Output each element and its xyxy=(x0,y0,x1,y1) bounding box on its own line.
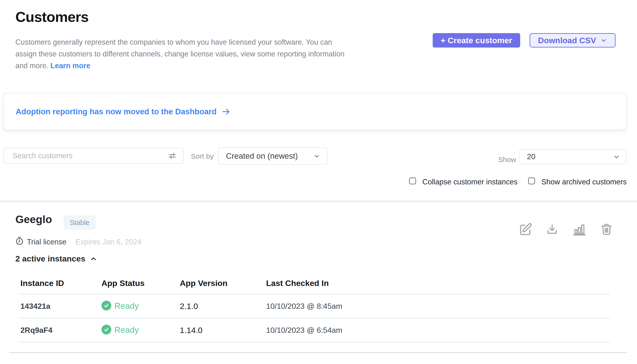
page-title: Customers xyxy=(15,9,88,25)
edit-customer-icon[interactable] xyxy=(518,222,532,236)
description-line: and more. Learn more xyxy=(15,60,424,72)
learn-more-link[interactable]: Learn more xyxy=(51,62,90,70)
create-customer-button[interactable]: + Create customer xyxy=(433,33,520,48)
table-row-app-version: 1.14.0 xyxy=(180,326,203,335)
collapse-instances-checkbox[interactable] xyxy=(409,178,416,184)
create-customer-label: + Create customer xyxy=(441,36,512,45)
column-header-app-version: App Version xyxy=(180,278,228,288)
active-instances-label: 2 active instances xyxy=(15,254,85,264)
filter-sliders-icon[interactable] xyxy=(167,151,177,161)
license-expiry: Expires Jan 6, 2024 xyxy=(76,238,141,246)
show-count-select[interactable]: 20 xyxy=(519,149,627,164)
table-row-app-version: 2.1.0 xyxy=(180,302,198,311)
channel-badge-label: Stable xyxy=(70,219,89,227)
customers-page: Customers Customers generally represent … xyxy=(0,0,637,364)
sort-by-label: Sort by xyxy=(191,152,214,160)
customer-name[interactable]: Geeglo xyxy=(15,213,52,226)
delete-customer-icon[interactable] xyxy=(600,222,613,237)
channel-badge: Stable xyxy=(64,215,96,230)
page-description: Customers generally represent the compan… xyxy=(15,36,424,72)
description-line: assign these customers to different chan… xyxy=(15,48,424,60)
active-instances-toggle[interactable]: 2 active instances xyxy=(15,254,97,264)
show-label: Show xyxy=(498,156,516,164)
column-header-app-status: App Status xyxy=(101,278,144,288)
table-row-divider xyxy=(20,342,610,342)
chevron-down-icon xyxy=(613,153,620,161)
timer-clock-icon xyxy=(15,236,24,246)
download-csv-button[interactable]: Download CSV xyxy=(530,33,616,48)
search-input[interactable]: Search customers xyxy=(3,148,184,164)
status-check-icon xyxy=(101,300,111,310)
table-row-app-status: Ready xyxy=(114,325,139,335)
description-last-line: and more. xyxy=(15,62,48,70)
adoption-banner[interactable]: Adoption reporting has now moved to the … xyxy=(3,93,627,130)
sort-select[interactable]: Created on (newest) xyxy=(218,148,327,165)
arrow-right-icon xyxy=(222,107,231,116)
column-header-instance-id: Instance ID xyxy=(21,278,64,288)
description-line: Customers generally represent the compan… xyxy=(15,36,424,48)
chevron-down-icon xyxy=(313,152,321,160)
download-customer-icon[interactable] xyxy=(546,222,559,237)
table-header-divider xyxy=(20,294,610,294)
chevron-up-icon xyxy=(90,255,97,263)
card-bottom-divider xyxy=(9,352,627,353)
show-archived-label[interactable]: Show archived customers xyxy=(541,178,627,186)
show-select-value: 20 xyxy=(527,152,536,161)
license-type: Trial license xyxy=(27,238,66,246)
sort-select-value: Created on (newest) xyxy=(226,152,298,161)
show-archived-checkbox[interactable] xyxy=(528,178,535,184)
table-row-app-status: Ready xyxy=(114,301,139,311)
adoption-chart-icon[interactable] xyxy=(571,222,588,236)
column-header-last-checked-in: Last Checked In xyxy=(266,278,329,288)
download-csv-label: Download CSV xyxy=(538,36,596,45)
banner-link-text[interactable]: Adoption reporting has now moved to the … xyxy=(16,107,217,116)
search-placeholder: Search customers xyxy=(13,152,167,160)
table-row-instance-id: 2Rq9aF4 xyxy=(21,326,52,335)
table-row-last-checked-in: 10/10/2023 @ 8:45am xyxy=(266,302,342,311)
table-row-divider xyxy=(20,318,610,318)
collapse-instances-label[interactable]: Collapse customer instances xyxy=(422,178,518,186)
table-row-instance-id: 143421a xyxy=(21,302,51,311)
table-row-last-checked-in: 10/10/2023 @ 6:54am xyxy=(266,326,342,335)
section-divider xyxy=(0,200,637,202)
chevron-down-icon xyxy=(600,37,607,44)
status-check-icon xyxy=(101,324,111,334)
